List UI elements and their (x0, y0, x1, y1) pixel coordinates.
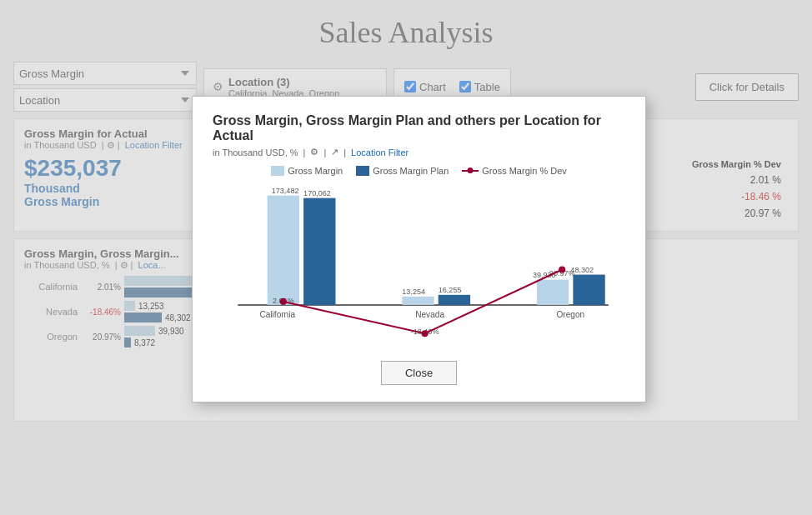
modal-subtitle-text: in Thousand USD, % (213, 148, 298, 158)
bar-gm-california (268, 196, 299, 305)
modal-dialog: Gross Margin, Gross Margin Plan and othe… (192, 96, 646, 402)
bar-gmp-nevada (439, 295, 470, 305)
settings-icon: ⚙ (310, 147, 318, 158)
bar-gmp-california (303, 198, 335, 305)
close-button[interactable]: Close (381, 361, 457, 385)
legend-swatch-gmp (356, 166, 369, 176)
modal-subtitle: in Thousand USD, % | ⚙ | ↗ | Location Fi… (213, 147, 625, 158)
modal-title: Gross Margin, Gross Margin Plan and othe… (213, 113, 625, 143)
legend-label-pct: Gross Margin % Dev (482, 166, 566, 176)
label-gm-california: 173,482 (272, 187, 299, 195)
chart-legend: Gross Margin Gross Margin Plan Gross Mar… (213, 166, 625, 176)
legend-line-pct (462, 170, 479, 172)
legend-label-gm: Gross Margin (288, 166, 343, 176)
legend-swatch-gm (271, 166, 284, 176)
modal-location-filter[interactable]: Location Filter (351, 148, 409, 158)
chart-svg: 173,482 170,062 California 13,254 16,255… (213, 186, 625, 352)
x-label-california: California (259, 310, 295, 319)
modal-footer: Close (213, 361, 625, 385)
dot-california (280, 298, 287, 305)
label-gmp-california: 170,062 (303, 189, 331, 198)
bar-gm-nevada (402, 297, 434, 305)
chart-area: 173,482 170,062 California 13,254 16,255… (213, 186, 625, 352)
bar-gmp-oregon (573, 275, 604, 305)
legend-gm: Gross Margin (271, 166, 343, 176)
legend-gmp: Gross Margin Plan (356, 166, 449, 176)
legend-pct: Gross Margin % Dev (462, 166, 566, 176)
bar-gm-oregon (537, 280, 569, 305)
x-label-nevada: Nevada (415, 310, 444, 319)
label-gm-nevada: 13,254 (402, 288, 425, 296)
legend-label-gmp: Gross Margin Plan (373, 166, 449, 176)
label-gmp-nevada: 16,255 (439, 286, 462, 294)
expand-icon: ↗ (331, 147, 338, 158)
dot-oregon (559, 266, 565, 272)
x-label-oregon: Oregon (557, 310, 585, 319)
dot-nevada (422, 330, 429, 337)
